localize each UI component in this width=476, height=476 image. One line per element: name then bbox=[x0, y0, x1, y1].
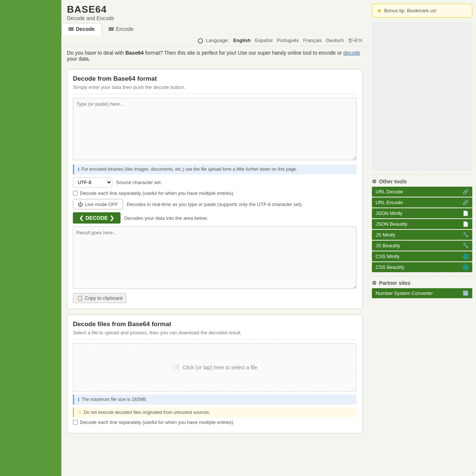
star-icon: ★ bbox=[377, 7, 382, 14]
file-decode-title: Decode files from Base64 format bbox=[73, 321, 357, 328]
file-upload-area[interactable]: 📄 Click (or tap) here to select a file ⌟ bbox=[73, 343, 357, 392]
tool-js-minify-label: JS Minify bbox=[376, 232, 395, 238]
file-decode-card: Decode files from Base64 format Select a… bbox=[67, 315, 363, 433]
main-content: BASE64 Decode and Encode Decode Encode L… bbox=[61, 0, 368, 476]
intro-decode-link[interactable]: decode bbox=[343, 50, 360, 56]
other-tools-heading: ⚙ Other tools bbox=[372, 174, 472, 184]
tool-js-minify[interactable]: JS Minify 🔧 bbox=[372, 230, 472, 240]
tool-url-decode-icon: 🔗 bbox=[463, 189, 469, 194]
tool-json-beautify-icon: 📄 bbox=[463, 221, 469, 227]
checkbox-row-1: Decode each line separately (useful for … bbox=[73, 190, 357, 196]
decode-info-box: ℹ For encoded binaries (like images, doc… bbox=[73, 164, 357, 174]
tool-js-beautify-label: JS Beautify bbox=[376, 243, 400, 248]
decode-title: Decode from Base64 format bbox=[73, 75, 357, 83]
partner-list: Number System Converter 🔢 bbox=[372, 288, 472, 298]
right-sidebar: ★ Bonus tip: Bookmark us! ⚙ Other tools … bbox=[368, 0, 476, 476]
tool-css-minify[interactable]: CSS Minify 🌐 bbox=[372, 251, 472, 261]
checkbox-label-1: Decode each line separately (useful for … bbox=[80, 190, 235, 196]
tab-encode-label: Encode bbox=[116, 26, 134, 32]
tool-list: URL Decode 🔗 URL Encode 🔗 JSON Minify 📄 … bbox=[372, 187, 472, 272]
file-decode-lines-checkbox[interactable] bbox=[73, 420, 78, 425]
info-icon-2: ℹ bbox=[78, 397, 80, 402]
intro-after: your data. bbox=[67, 56, 90, 62]
tab-encode[interactable]: Encode bbox=[102, 23, 140, 35]
checkbox-row-2: Decode each line separately (useful for … bbox=[73, 419, 357, 425]
tab-decode-label: Decode bbox=[76, 26, 95, 32]
live-mode-label: Live mode OFF bbox=[85, 202, 118, 207]
folder-icon bbox=[68, 27, 74, 31]
lang-de[interactable]: Deutsch bbox=[326, 38, 344, 43]
file-checkbox-label: Decode each line separately (useful for … bbox=[80, 419, 235, 425]
intro-base64: Base64 bbox=[125, 50, 144, 56]
lang-fr[interactable]: Français bbox=[303, 38, 322, 43]
tool-js-minify-icon: 🔧 bbox=[463, 232, 469, 238]
bonus-tip: ★ Bonus tip: Bookmark us! bbox=[372, 4, 472, 17]
file-warning-box: ⚠ Do not execute decoded files originate… bbox=[73, 408, 357, 417]
live-mode-row: ⏻ Live mode OFF Decodes in real-time as … bbox=[73, 199, 357, 209]
partner-sites-label: Partner sites bbox=[379, 280, 411, 286]
live-mode-button[interactable]: ⏻ Live mode OFF bbox=[73, 199, 123, 209]
tool-css-beautify[interactable]: CSS Beautify 🌐 bbox=[372, 262, 472, 272]
site-header: BASE64 Decode and Encode bbox=[61, 0, 368, 23]
live-icon: ⏻ bbox=[78, 201, 83, 207]
copy-label: Copy to clipboard bbox=[85, 295, 122, 301]
decode-input[interactable] bbox=[73, 98, 357, 160]
file-info-box: ℹ The maximum file size is 192MB. bbox=[73, 395, 357, 405]
tool-css-minify-label: CSS Minify bbox=[376, 254, 399, 259]
decode-button[interactable]: ❮ DECODE ❯ bbox=[73, 212, 120, 223]
decode-output[interactable] bbox=[73, 226, 357, 289]
divider-2 bbox=[73, 339, 357, 340]
file-max-size-text: The maximum file size is 192MB. bbox=[81, 397, 147, 402]
file-warning-text: Do not execute decoded files originated … bbox=[84, 410, 210, 415]
tool-json-minify-label: JSON Minify bbox=[376, 210, 402, 216]
site-title: BASE64 bbox=[67, 4, 107, 15]
partner-number-converter[interactable]: Number System Converter 🔢 bbox=[372, 288, 472, 298]
chevron-left-icon: ❮ bbox=[79, 215, 84, 221]
tool-url-encode[interactable]: URL Encode 🔗 bbox=[372, 197, 472, 208]
chevron-right-icon: ❯ bbox=[110, 215, 114, 221]
copy-clipboard-button[interactable]: 📋 Copy to clipboard bbox=[73, 293, 126, 303]
tool-css-beautify-label: CSS Beautify bbox=[376, 264, 404, 270]
file-upload-text: Click (or tap) here to select a file bbox=[183, 364, 257, 370]
bonus-tip-text: Bonus tip: Bookmark us! bbox=[384, 8, 437, 13]
site-subtitle: Decode and Encode bbox=[67, 15, 114, 21]
partner-icon: ⚙ bbox=[372, 280, 377, 286]
lang-ko[interactable]: 한국어 bbox=[348, 38, 363, 43]
charset-label: Source character set. bbox=[116, 180, 162, 185]
gear-icon: ⚙ bbox=[372, 178, 377, 184]
tool-json-beautify[interactable]: JSON Beautify 📄 bbox=[372, 219, 472, 229]
lang-pt[interactable]: Português bbox=[277, 38, 299, 43]
lang-es[interactable]: Español bbox=[255, 38, 273, 43]
intro-before: Do you have to deal with bbox=[67, 50, 125, 56]
decode-desc: Decodes your data into the area below. bbox=[124, 215, 208, 221]
language-bar: Language: English Español Português Fran… bbox=[61, 35, 368, 46]
partner-sites-heading: ⚙ Partner sites bbox=[372, 276, 472, 286]
tool-url-encode-icon: 🔗 bbox=[463, 200, 469, 205]
file-upload-corner: ⌟ bbox=[472, 469, 474, 474]
tool-css-minify-icon: 🌐 bbox=[463, 254, 469, 259]
main-panel: Decode from Base64 format Simply enter y… bbox=[61, 65, 368, 443]
info-icon: ℹ bbox=[78, 167, 80, 172]
tool-url-decode[interactable]: URL Decode 🔗 bbox=[372, 187, 472, 197]
partner-number-label: Number System Converter bbox=[376, 290, 433, 296]
ad-space bbox=[372, 22, 472, 171]
charset-row: UTF-8 ISO-8859-1 ASCII UTF-16 Source cha… bbox=[73, 177, 357, 187]
tool-css-beautify-icon: 🌐 bbox=[463, 264, 469, 270]
divider-1 bbox=[73, 94, 357, 94]
tool-js-beautify[interactable]: JS Beautify 🔧 bbox=[372, 241, 472, 251]
other-tools-label: Other tools bbox=[379, 178, 407, 184]
tool-json-minify[interactable]: JSON Minify 📄 bbox=[372, 208, 472, 218]
lang-en[interactable]: English bbox=[233, 38, 251, 43]
decode-lines-checkbox[interactable] bbox=[73, 191, 78, 196]
tab-decode[interactable]: Decode bbox=[61, 23, 102, 35]
intro-text: Do you have to deal with Base64 format? … bbox=[61, 46, 368, 65]
decode-button-label: DECODE bbox=[86, 215, 108, 221]
language-label: Language: bbox=[206, 38, 229, 43]
charset-select[interactable]: UTF-8 ISO-8859-1 ASCII UTF-16 bbox=[73, 177, 112, 187]
tool-url-encode-label: URL Encode bbox=[376, 200, 403, 205]
tool-json-minify-icon: 📄 bbox=[463, 210, 469, 216]
copy-row: 📋 Copy to clipboard bbox=[73, 293, 357, 303]
decode-info-text: For encoded binaries (like images, docum… bbox=[81, 167, 297, 172]
folder-icon-2 bbox=[109, 27, 114, 31]
decode-btn-row: ❮ DECODE ❯ Decodes your data into the ar… bbox=[73, 212, 357, 223]
